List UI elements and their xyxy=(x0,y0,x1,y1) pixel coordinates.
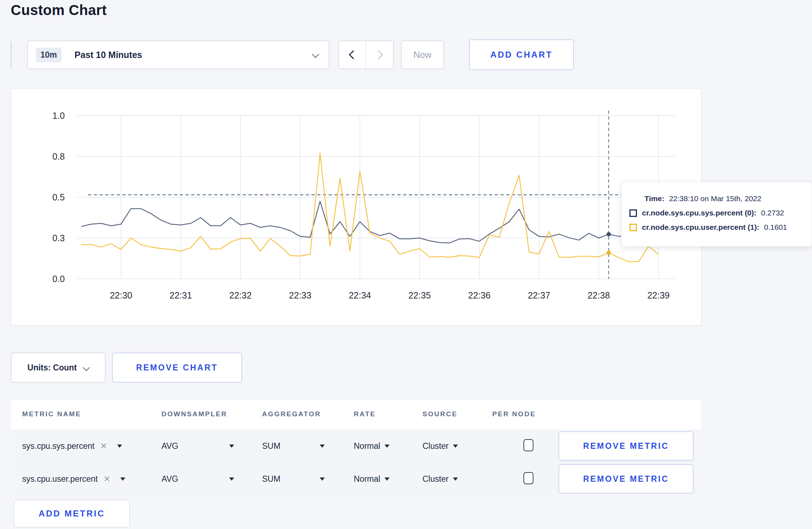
x-axis-tick-label: 22:31 xyxy=(170,290,192,300)
source-select[interactable]: Cluster xyxy=(422,474,449,484)
x-axis-tick-label: 22:35 xyxy=(409,290,431,300)
time-window-prev-button[interactable] xyxy=(338,40,366,69)
caret-down-icon[interactable] xyxy=(385,445,390,448)
time-window-label: Past 10 Minutes xyxy=(74,50,142,60)
remove-metric-button[interactable]: REMOVE METRIC xyxy=(559,464,693,494)
series-user-swatch-icon xyxy=(629,224,637,231)
time-window-badge: 10m xyxy=(36,48,62,62)
metric-name-select[interactable]: sys.cpu.user.percent xyxy=(22,474,98,484)
now-button[interactable]: Now xyxy=(401,40,444,69)
add-chart-button[interactable]: ADD CHART xyxy=(469,39,574,70)
aggregator-select[interactable]: SUM xyxy=(262,441,280,451)
y-axis-tick-label: 0.8 xyxy=(52,151,65,161)
chevron-left-icon xyxy=(349,50,358,59)
x-axis-tick-label: 22:39 xyxy=(647,290,670,300)
tooltip-series-user-value: 0.1601 xyxy=(764,223,787,232)
hover-point xyxy=(606,251,611,255)
page-title: Custom Chart xyxy=(11,2,107,18)
tooltip-time-value: 22:38:10 on Mar 15th, 2022 xyxy=(669,194,762,203)
downsampler-select[interactable]: AVG xyxy=(161,441,178,451)
col-header-downsampler: DOWNSAMPLER xyxy=(161,410,227,418)
aggregator-select[interactable]: SUM xyxy=(262,474,280,484)
caret-down-icon[interactable] xyxy=(320,445,325,448)
caret-down-icon[interactable] xyxy=(385,477,390,481)
caret-down-icon[interactable] xyxy=(320,477,325,481)
chevron-down-icon xyxy=(312,51,319,58)
rate-select[interactable]: Normal xyxy=(354,441,380,451)
x-axis-tick-label: 22:32 xyxy=(229,290,252,300)
y-axis-tick-label: 0.0 xyxy=(52,274,65,284)
per-node-checkbox[interactable] xyxy=(523,439,533,451)
clear-metric-icon[interactable]: ✕ xyxy=(100,441,107,451)
y-axis-tick-label: 0.3 xyxy=(52,233,65,243)
metric-name-select[interactable]: sys.cpu.sys.percent xyxy=(22,441,95,451)
metric-row: sys.cpu.sys.percent ✕ AVG SUM Normal Clu… xyxy=(11,429,701,462)
series-line xyxy=(81,153,658,262)
units-select[interactable]: Units: Count xyxy=(11,353,106,383)
tooltip-series-sys-value: 0.2732 xyxy=(761,209,784,217)
col-header-aggregator: AGGREGATOR xyxy=(262,410,321,418)
rate-select[interactable]: Normal xyxy=(354,474,380,484)
col-header-rate: RATE xyxy=(354,410,376,418)
toolbar-left-divider xyxy=(11,42,11,69)
x-axis-tick-label: 22:34 xyxy=(349,290,371,300)
x-axis-tick-label: 22:30 xyxy=(110,290,132,300)
series-line xyxy=(81,201,658,243)
time-window-select[interactable]: 10m Past 10 Minutes xyxy=(27,40,329,69)
series-sys-swatch-icon xyxy=(629,209,637,217)
chart-tooltip: Time: 22:38:10 on Mar 15th, 2022 cr.node… xyxy=(621,182,812,247)
x-axis-tick-label: 22:36 xyxy=(468,290,491,300)
timeseries-chart[interactable]: 0.00.30.50.81.022:3022:3122:3222:3322:34… xyxy=(11,89,700,325)
caret-down-icon[interactable] xyxy=(453,477,458,481)
col-header-source: SOURCE xyxy=(422,410,458,418)
y-axis-tick-label: 1.0 xyxy=(52,111,65,121)
x-axis-tick-label: 22:37 xyxy=(528,290,550,300)
chevron-down-icon xyxy=(83,364,90,371)
units-label: Units: Count xyxy=(28,363,77,373)
hover-point xyxy=(606,232,611,236)
tooltip-series-user-label: cr.node.sys.cpu.user.percent (1): xyxy=(642,223,759,232)
chevron-right-icon xyxy=(374,50,383,59)
metric-row: sys.cpu.user.percent ✕ AVG SUM Normal Cl… xyxy=(11,462,701,495)
col-header-metric-name: METRIC NAME xyxy=(22,410,81,418)
per-node-checkbox[interactable] xyxy=(523,472,533,484)
y-axis-tick-label: 0.5 xyxy=(52,192,65,202)
x-axis-tick-label: 22:33 xyxy=(289,290,311,300)
source-select[interactable]: Cluster xyxy=(422,441,449,451)
add-metric-button[interactable]: ADD METRIC xyxy=(14,500,130,528)
caret-down-icon[interactable] xyxy=(229,477,234,481)
chart-panel: 0.00.30.50.81.022:3022:3122:3222:3322:34… xyxy=(11,89,701,326)
caret-down-icon[interactable] xyxy=(120,477,125,481)
metrics-table-header: METRIC NAME DOWNSAMPLER AGGREGATOR RATE … xyxy=(11,400,701,429)
tooltip-time-label: Time: xyxy=(644,194,664,203)
caret-down-icon[interactable] xyxy=(229,445,234,448)
x-axis-tick-label: 22:38 xyxy=(588,290,610,300)
time-window-next-button[interactable] xyxy=(366,40,394,69)
tooltip-series-sys-label: cr.node.sys.cpu.sys.percent (0): xyxy=(642,209,757,217)
remove-metric-button[interactable]: REMOVE METRIC xyxy=(559,431,693,461)
caret-down-icon[interactable] xyxy=(453,445,458,448)
clear-metric-icon[interactable]: ✕ xyxy=(103,474,110,484)
downsampler-select[interactable]: AVG xyxy=(161,474,178,484)
caret-down-icon[interactable] xyxy=(117,445,122,448)
col-header-per-node: PER NODE xyxy=(492,410,536,418)
remove-chart-button[interactable]: REMOVE CHART xyxy=(112,353,242,383)
